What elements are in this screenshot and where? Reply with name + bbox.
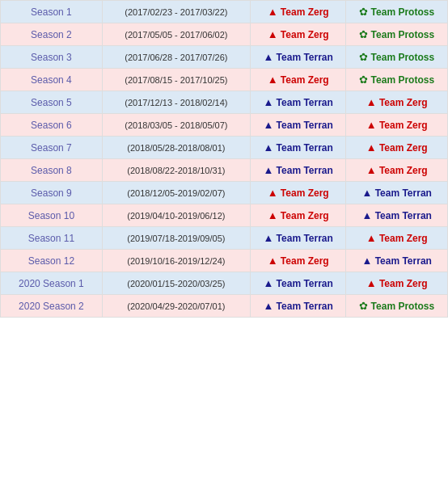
winner-icon: ▲	[263, 141, 273, 154]
date-range: (2020/04/29-2020/07/01)	[102, 295, 250, 318]
runner-up-name: Team Protoss	[371, 6, 434, 18]
winner-name: Team Zerg	[281, 6, 329, 18]
winner-name: Team Zerg	[281, 255, 329, 267]
date-range: (2018/05/28-2018/08/01)	[102, 137, 250, 159]
winner-name: Team Terran	[277, 165, 333, 176]
season-name: Season 7	[1, 137, 103, 159]
winner-name: Team Terran	[277, 120, 333, 131]
winner-icon: ▲	[268, 28, 278, 40]
winner-icon: ▲	[263, 119, 273, 131]
winner-cell: ▲ Team Zerg	[250, 1, 345, 23]
runner-up-name: Team Protoss	[371, 52, 434, 63]
season-name: Season 5	[1, 91, 103, 114]
runner-up-icon: ✿	[359, 51, 368, 63]
runner-up-cell: ✿ Team Protoss	[346, 1, 448, 23]
runner-up-cell: ▲ Team Zerg	[346, 137, 448, 159]
date-range: (2020/01/15-2020/03/25)	[102, 272, 250, 295]
winner-name: Team Terran	[277, 52, 333, 63]
winner-cell: ▲ Team Terran	[250, 272, 345, 295]
runner-up-cell: ▲ Team Terran	[346, 182, 448, 204]
winner-name: Team Terran	[277, 97, 333, 108]
winner-name: Team Terran	[277, 278, 333, 289]
winner-cell: ▲ Team Terran	[250, 227, 345, 250]
table-row: Season 1 (2017/02/23 - 2017/03/22) ▲ Tea…	[1, 1, 448, 23]
winner-icon: ▲	[268, 255, 278, 267]
runner-up-cell: ✿ Team Protoss	[346, 69, 448, 91]
runner-up-name: Team Zerg	[379, 97, 428, 108]
runner-up-icon: ▲	[366, 141, 377, 154]
date-range: (2019/04/10-2019/06/12)	[102, 204, 250, 227]
season-name: Season 11	[1, 227, 103, 250]
runner-up-icon: ✿	[359, 6, 368, 18]
season-name: Season 1	[1, 1, 103, 23]
runner-up-name: Team Protoss	[371, 29, 434, 40]
runner-up-cell: ▲ Team Terran	[346, 204, 448, 227]
season-name: 2020 Season 2	[1, 295, 103, 318]
winner-cell: ▲ Team Terran	[250, 114, 345, 137]
runner-up-name: Team Zerg	[379, 165, 428, 176]
winner-cell: ▲ Team Zerg	[250, 23, 345, 46]
winner-icon: ▲	[268, 209, 278, 221]
runner-up-name: Team Protoss	[371, 74, 434, 86]
table-row: Season 8 (2018/08/22-2018/10/31) ▲ Team …	[1, 159, 448, 182]
winner-name: Team Zerg	[281, 74, 329, 86]
winner-name: Team Zerg	[281, 29, 329, 40]
winner-name: Team Terran	[277, 301, 333, 312]
season-name: Season 3	[1, 46, 103, 69]
table-row: Season 2 (2017/05/05 - 2017/06/02) ▲ Tea…	[1, 23, 448, 46]
date-range: (2017/06/28 - 2017/07/26)	[102, 46, 250, 69]
runner-up-icon: ▲	[366, 119, 377, 131]
runner-up-name: Team Zerg	[379, 142, 428, 154]
table-row: Season 6 (2018/03/05 - 2018/05/07) ▲ Tea…	[1, 114, 448, 137]
winner-icon: ▲	[263, 300, 273, 312]
runner-up-name: Team Protoss	[371, 301, 434, 312]
runner-up-cell: ✿ Team Protoss	[346, 295, 448, 318]
seasons-table: Season 1 (2017/02/23 - 2017/03/22) ▲ Tea…	[0, 0, 448, 318]
runner-up-cell: ▲ Team Zerg	[346, 227, 448, 250]
winner-cell: ▲ Team Zerg	[250, 250, 345, 272]
date-range: (2017/05/05 - 2017/06/02)	[102, 23, 250, 46]
winner-cell: ▲ Team Terran	[250, 91, 345, 114]
season-name: Season 8	[1, 159, 103, 182]
season-name: Season 10	[1, 204, 103, 227]
winner-name: Team Terran	[277, 142, 333, 154]
winner-icon: ▲	[268, 6, 278, 18]
winner-icon: ▲	[263, 164, 273, 176]
runner-up-cell: ✿ Team Protoss	[346, 46, 448, 69]
runner-up-cell: ▲ Team Zerg	[346, 272, 448, 295]
runner-up-name: Team Terran	[375, 255, 432, 267]
date-range: (2019/07/18-2019/09/05)	[102, 227, 250, 250]
table-row: Season 10 (2019/04/10-2019/06/12) ▲ Team…	[1, 204, 448, 227]
date-range: (2017/02/23 - 2017/03/22)	[102, 1, 250, 23]
winner-cell: ▲ Team Terran	[250, 159, 345, 182]
table-row: 2020 Season 1 (2020/01/15-2020/03/25) ▲ …	[1, 272, 448, 295]
winner-name: Team Terran	[277, 233, 333, 244]
table-row: Season 3 (2017/06/28 - 2017/07/26) ▲ Tea…	[1, 46, 448, 69]
table-row: Season 5 (2017/12/13 - 2018/02/14) ▲ Tea…	[1, 91, 448, 114]
season-name: Season 12	[1, 250, 103, 272]
runner-up-icon: ▲	[361, 255, 372, 267]
season-name: Season 2	[1, 23, 103, 46]
season-name: 2020 Season 1	[1, 272, 103, 295]
winner-cell: ▲ Team Zerg	[250, 182, 345, 204]
runner-up-icon: ▲	[361, 187, 372, 199]
runner-up-cell: ▲ Team Zerg	[346, 91, 448, 114]
runner-up-icon: ▲	[366, 277, 377, 289]
runner-up-cell: ▲ Team Zerg	[346, 114, 448, 137]
date-range: (2018/12/05-2019/02/07)	[102, 182, 250, 204]
winner-cell: ▲ Team Terran	[250, 137, 345, 159]
winner-icon: ▲	[263, 51, 273, 63]
table-row: Season 9 (2018/12/05-2019/02/07) ▲ Team …	[1, 182, 448, 204]
season-name: Season 4	[1, 69, 103, 91]
table-row: Season 11 (2019/07/18-2019/09/05) ▲ Team…	[1, 227, 448, 250]
runner-up-name: Team Terran	[375, 210, 432, 221]
winner-icon: ▲	[268, 187, 278, 199]
runner-up-name: Team Terran	[375, 187, 432, 199]
runner-up-icon: ✿	[359, 28, 368, 40]
winner-cell: ▲ Team Terran	[250, 295, 345, 318]
runner-up-icon: ✿	[359, 74, 368, 86]
runner-up-icon: ▲	[361, 209, 372, 221]
date-range: (2017/12/13 - 2018/02/14)	[102, 91, 250, 114]
season-name: Season 9	[1, 182, 103, 204]
runner-up-name: Team Zerg	[379, 120, 428, 131]
